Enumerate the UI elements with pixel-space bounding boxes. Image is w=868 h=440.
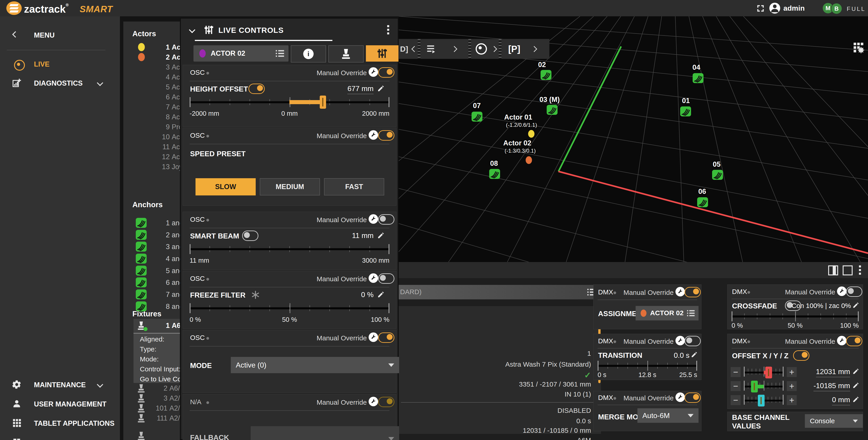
- manual-override-toggle[interactable]: [378, 67, 394, 78]
- pencil-icon[interactable]: [852, 382, 859, 389]
- grid-settings-icon[interactable]: [852, 42, 865, 54]
- freeze-filter-slider[interactable]: [190, 303, 390, 313]
- assignment-actor-button[interactable]: ACTOR 02: [636, 306, 699, 320]
- speed-slow-button-active[interactable]: SLOW: [195, 178, 256, 196]
- smart-beam-value[interactable]: 11 mm: [352, 231, 374, 241]
- manual-override-toggle[interactable]: [378, 130, 394, 141]
- crossfade-value[interactable]: Con 100% | zac 0%: [792, 302, 851, 310]
- pencil-icon[interactable]: [377, 232, 384, 239]
- sidebar-item-user-management[interactable]: USER MANAGEMENT: [34, 400, 106, 408]
- offset-z-value[interactable]: 0 mm: [832, 395, 850, 405]
- offset-y-value[interactable]: -10185 mm: [813, 382, 850, 391]
- list-item-anchor[interactable]: 5 anc: [153, 267, 183, 275]
- anchor-3d-label[interactable]: 06: [698, 187, 706, 196]
- chevron-right-icon[interactable]: [451, 46, 457, 52]
- record-target-icon[interactable]: [476, 43, 487, 55]
- crossfade-slider[interactable]: [732, 312, 859, 321]
- anchor-3d-icon[interactable]: [712, 170, 723, 180]
- view-3d-icon[interactable]: D]: [400, 45, 408, 54]
- anchor-3d-label[interactable]: 04: [692, 63, 700, 71]
- chevron-right-icon[interactable]: [491, 46, 497, 52]
- kebab-menu-icon[interactable]: [387, 24, 389, 36]
- actor-3d-label[interactable]: Actor 02: [503, 139, 531, 147]
- speed-medium-button[interactable]: MEDIUM: [260, 178, 320, 196]
- sidebar-item-maintenance[interactable]: MAINTENANCE: [34, 381, 86, 389]
- pencil-icon[interactable]: [852, 396, 859, 403]
- pan-tool-icon[interactable]: [P]: [508, 44, 520, 54]
- list-item-actor[interactable]: 11 Act: [153, 143, 182, 151]
- actor-3d-label[interactable]: Actor 01: [504, 113, 532, 121]
- list-item-fixture[interactable]: 3 A2/: [143, 394, 180, 403]
- chevron-left-icon[interactable]: [12, 31, 19, 37]
- merge-mode-dropdown[interactable]: Auto-6M: [638, 408, 699, 423]
- list-item-actor[interactable]: 9 Pro: [153, 123, 183, 131]
- sidebar-item-menu[interactable]: MENU: [34, 31, 55, 39]
- list-item-actor[interactable]: 13 Joy: [153, 163, 183, 171]
- status-badge-b[interactable]: B: [831, 3, 842, 14]
- transition-slider[interactable]: [598, 361, 697, 371]
- fullscreen-icon[interactable]: [756, 4, 765, 13]
- mode-dropdown[interactable]: Active (0): [231, 357, 399, 373]
- anchor-3d-icon[interactable]: [489, 169, 500, 179]
- smart-beam-toggle[interactable]: [242, 231, 258, 241]
- offset-x-handle[interactable]: [765, 366, 772, 378]
- list-item-anchor[interactable]: 4 anc: [153, 255, 183, 263]
- list-item-anchor[interactable]: 2 anc: [153, 231, 183, 239]
- height-offset-value[interactable]: 677 mm: [347, 85, 374, 94]
- anchor-3d-icon[interactable]: [471, 112, 483, 122]
- anchor-3d-icon[interactable]: [693, 73, 704, 83]
- transition-value[interactable]: 0.0 s: [674, 351, 689, 360]
- manual-override-toggle[interactable]: [378, 214, 394, 225]
- actor-3d-dot[interactable]: [528, 130, 534, 138]
- list-item-anchor[interactable]: 3 anc: [153, 243, 183, 251]
- smart-beam-slider[interactable]: [190, 244, 390, 254]
- fixture-selector-bar[interactable]: DARD): [399, 285, 601, 299]
- decrement-button[interactable]: −: [731, 395, 741, 405]
- user-name[interactable]: admin: [783, 4, 805, 12]
- pencil-icon[interactable]: [377, 291, 384, 298]
- offset-x-value[interactable]: 12031 mm: [816, 368, 850, 377]
- fallback-dropdown[interactable]: [251, 426, 399, 440]
- list-item-actor[interactable]: 2 Act: [153, 53, 183, 61]
- anchor-3d-icon[interactable]: [697, 197, 708, 207]
- collapse-chevron-icon[interactable]: [189, 27, 195, 33]
- list-item-fixture[interactable]: 111 A2/: [143, 414, 180, 422]
- viewport-3d[interactable]: D] [P] 02 04 07 03 (M) 01: [399, 16, 868, 262]
- sidebar-item-live[interactable]: LIVE: [34, 60, 50, 68]
- list-item-actor[interactable]: 5 Act: [153, 83, 182, 91]
- increment-button[interactable]: +: [787, 367, 797, 377]
- list-item-actor[interactable]: 1 Act: [153, 43, 183, 51]
- single-view-icon[interactable]: [843, 265, 852, 275]
- list-arrow-icon[interactable]: [426, 44, 436, 54]
- pencil-icon[interactable]: [852, 368, 859, 375]
- offset-x-slider[interactable]: [744, 366, 784, 377]
- list-item-actor[interactable]: 8 Act: [153, 113, 182, 121]
- decrement-button[interactable]: −: [731, 367, 741, 377]
- list-item-anchor[interactable]: 6 anc: [153, 278, 183, 287]
- speed-fast-button[interactable]: FAST: [324, 178, 384, 196]
- anchor-3d-label[interactable]: 02: [538, 61, 546, 69]
- freeze-filter-value[interactable]: 0 %: [361, 291, 374, 300]
- offset-z-handle[interactable]: [758, 395, 765, 407]
- info-tab-button[interactable]: i: [291, 45, 326, 62]
- manual-override-toggle[interactable]: [378, 273, 394, 284]
- anchor-3d-label[interactable]: 05: [713, 160, 720, 169]
- anchor-3d-label[interactable]: 01: [682, 97, 690, 105]
- chevron-down-icon[interactable]: [97, 80, 103, 86]
- list-item-actor[interactable]: 3 Act: [153, 63, 182, 71]
- actor-3d-dot[interactable]: [526, 156, 532, 164]
- fixture-tab-button[interactable]: [328, 45, 364, 62]
- chevron-left-icon[interactable]: [411, 46, 417, 52]
- split-view-icon[interactable]: [828, 265, 838, 275]
- list-item-fixture[interactable]: 2 A6/: [143, 384, 180, 392]
- sidebar-item-manual[interactable]: MANUAL: [34, 439, 64, 440]
- manual-override-toggle-disabled[interactable]: [378, 397, 394, 407]
- offset-z-slider[interactable]: [744, 395, 784, 405]
- list-item-anchor[interactable]: 1 anc: [153, 219, 183, 227]
- anchor-3d-icon[interactable]: [547, 105, 558, 115]
- decrement-button[interactable]: −: [731, 381, 741, 391]
- list-item-actor[interactable]: 12 Act: [153, 153, 182, 161]
- list-item-actor[interactable]: 4 Act: [153, 73, 182, 81]
- offset-y-handle[interactable]: [751, 381, 758, 392]
- list-item-actor[interactable]: 7 Act: [153, 103, 182, 111]
